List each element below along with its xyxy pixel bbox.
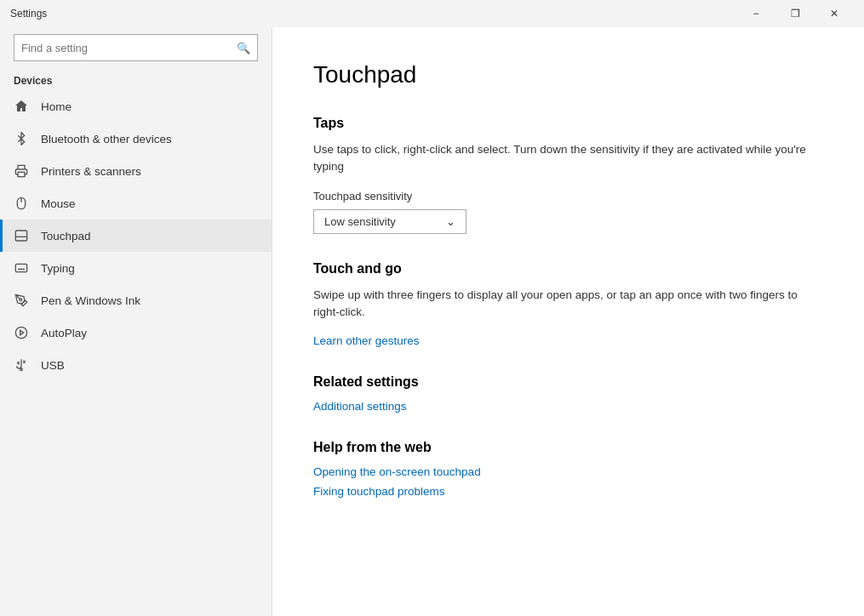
title-bar: Settings − ❐ ✕ [0, 0, 864, 27]
sidebar-section-label: Devices [0, 68, 272, 90]
svg-point-11 [20, 299, 22, 301]
svg-marker-13 [20, 330, 24, 334]
app-body: 🔍 Devices Home Bluetooth & other devices [0, 27, 864, 616]
sidebar: 🔍 Devices Home Bluetooth & other devices [0, 27, 272, 616]
sensitivity-value: Low sensitivity [324, 215, 396, 228]
sidebar-item-bluetooth[interactable]: Bluetooth & other devices [0, 123, 272, 155]
svg-rect-0 [18, 172, 25, 176]
sidebar-item-pen[interactable]: Pen & Windows Ink [0, 284, 272, 317]
printer-icon [14, 163, 29, 179]
typing-icon [14, 260, 29, 276]
related-settings-heading: Related settings [313, 374, 823, 390]
touch-and-go-description: Swipe up with three fingers to display a… [313, 287, 823, 322]
sidebar-item-mouse[interactable]: Mouse [0, 187, 272, 220]
page-title: Touchpad [313, 61, 823, 88]
autoplay-icon [14, 325, 29, 340]
learn-gestures-link[interactable]: Learn other gestures [313, 334, 823, 347]
svg-point-12 [15, 327, 26, 338]
taps-heading: Taps [313, 116, 823, 131]
search-box[interactable]: 🔍 [14, 34, 258, 61]
mouse-icon [14, 196, 29, 211]
fixing-touchpad-link[interactable]: Fixing touchpad problems [313, 485, 823, 498]
app-title: Settings [10, 8, 47, 20]
svg-rect-5 [15, 264, 26, 271]
usb-icon [14, 357, 29, 373]
sidebar-item-typing-label: Typing [41, 262, 75, 275]
sidebar-item-autoplay-label: AutoPlay [41, 327, 87, 339]
chevron-down-icon: ⌄ [446, 215, 455, 228]
sidebar-item-typing[interactable]: Typing [0, 252, 272, 284]
touch-and-go-heading: Touch and go [313, 261, 823, 277]
sidebar-item-pen-label: Pen & Windows Ink [41, 294, 140, 307]
taps-description: Use taps to click, right-click and selec… [313, 141, 823, 176]
close-button[interactable]: ✕ [815, 0, 854, 27]
sidebar-item-home[interactable]: Home [0, 90, 272, 123]
sidebar-item-printers[interactable]: Printers & scanners [0, 155, 272, 187]
help-web-heading: Help from the web [313, 440, 823, 455]
sidebar-item-printers-label: Printers & scanners [41, 165, 141, 178]
main-content: Touchpad Taps Use taps to click, right-c… [272, 27, 864, 616]
sensitivity-label: Touchpad sensitivity [313, 190, 823, 202]
sidebar-item-usb[interactable]: USB [0, 349, 272, 381]
touchpad-icon [14, 228, 29, 243]
sidebar-item-touchpad[interactable]: Touchpad [0, 220, 272, 252]
sidebar-item-home-label: Home [41, 100, 72, 113]
pen-icon [14, 293, 29, 308]
additional-settings-link[interactable]: Additional settings [313, 400, 823, 413]
window-controls: − ❐ ✕ [736, 0, 854, 27]
search-input[interactable] [21, 42, 237, 54]
minimize-button[interactable]: − [736, 0, 775, 27]
search-container: 🔍 [0, 27, 272, 68]
search-icon: 🔍 [237, 42, 250, 54]
home-icon [14, 99, 29, 114]
sensitivity-dropdown[interactable]: Low sensitivity ⌄ [313, 209, 466, 234]
svg-point-14 [20, 368, 23, 371]
onscreen-touchpad-link[interactable]: Opening the on-screen touchpad [313, 465, 823, 478]
restore-button[interactable]: ❐ [775, 0, 815, 27]
sidebar-item-usb-label: USB [41, 359, 65, 372]
sidebar-item-autoplay[interactable]: AutoPlay [0, 317, 272, 349]
sidebar-item-touchpad-label: Touchpad [41, 230, 91, 242]
svg-rect-3 [15, 231, 26, 241]
sidebar-item-mouse-label: Mouse [41, 197, 76, 210]
sidebar-item-bluetooth-label: Bluetooth & other devices [41, 133, 172, 145]
bluetooth-icon [14, 131, 29, 146]
